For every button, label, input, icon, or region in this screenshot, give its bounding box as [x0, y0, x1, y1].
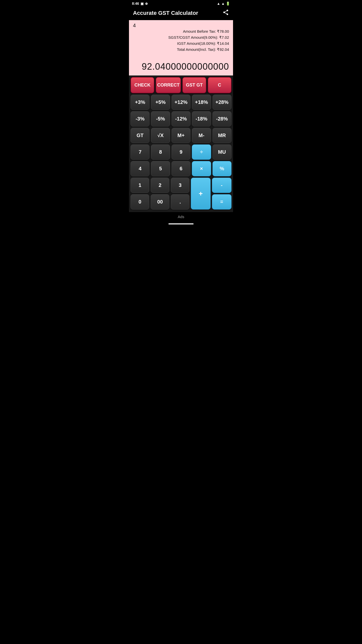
- plus-3-percent-button[interactable]: +3%: [130, 95, 150, 110]
- calculator-body: CHECK CORRECT GST GT C +3% +5% +12% +18%…: [129, 75, 233, 212]
- clear-button[interactable]: C: [208, 77, 232, 93]
- home-bar: [168, 223, 194, 224]
- check-button[interactable]: CHECK: [130, 77, 154, 93]
- m-plus-button[interactable]: M+: [171, 128, 191, 143]
- num-2-button[interactable]: 2: [151, 178, 169, 193]
- action-row: CHECK CORRECT GST GT C: [130, 77, 232, 93]
- input-number: 4: [133, 23, 229, 28]
- num-8-button[interactable]: 8: [151, 144, 170, 160]
- minus-18-percent-button[interactable]: -18%: [192, 111, 211, 127]
- share-button[interactable]: [222, 9, 229, 17]
- double-zero-button[interactable]: 00: [151, 194, 169, 210]
- total-amount: Total Amount(Incl. Tax): ₹92.04: [133, 47, 229, 53]
- plus-28-percent-button[interactable]: +28%: [212, 95, 232, 110]
- status-time: 8:46: [132, 2, 139, 6]
- correct-button[interactable]: CORRECT: [156, 77, 181, 93]
- bottom-grid: 1 2 3 0 00 . + - =: [130, 178, 232, 210]
- status-right: ▲ ▲ 🔋: [217, 2, 230, 6]
- home-indicator: [129, 221, 233, 226]
- memory-row: GT √X M+ M- MR: [130, 128, 232, 143]
- divide-button[interactable]: ÷: [192, 144, 211, 160]
- igst: IGST Amount(18.00%): ₹14.04: [133, 41, 229, 47]
- numpad-row-7: 0 00 .: [130, 194, 190, 210]
- num-4-button[interactable]: 4: [130, 161, 150, 176]
- plus-percent-row: +3% +5% +12% +18% +28%: [130, 95, 232, 110]
- status-bar: 8:46 ▣ ⊕ ▲ ▲ 🔋: [129, 0, 233, 7]
- tax-info: Amount Before Tax: ₹78.00 SGST/CGST Amou…: [133, 28, 229, 53]
- plus-12-percent-button[interactable]: +12%: [171, 95, 191, 110]
- equals-button[interactable]: =: [212, 194, 232, 210]
- minus-percent-row: -3% -5% -12% -18% -28%: [130, 111, 232, 127]
- plus-18-percent-button[interactable]: +18%: [192, 95, 211, 110]
- header: Accurate GST Calculator: [129, 7, 233, 20]
- gst-gt-button[interactable]: GST GT: [182, 77, 206, 93]
- mu-button[interactable]: MU: [212, 144, 232, 160]
- gt-button[interactable]: GT: [130, 128, 150, 143]
- shield-icon: ⊕: [145, 2, 148, 6]
- sim-icon: ▣: [141, 2, 144, 6]
- sgst-cgst: SGST/CGST Amount(9.00%): ₹7.02: [133, 34, 229, 41]
- num-6-button[interactable]: 6: [171, 161, 191, 176]
- mr-button[interactable]: MR: [212, 128, 232, 143]
- num-7-button[interactable]: 7: [130, 144, 150, 160]
- signal-icon: ▲: [221, 2, 225, 6]
- multiply-button[interactable]: ×: [192, 161, 211, 176]
- num-1-button[interactable]: 1: [130, 178, 149, 193]
- numpad-row-4: 7 8 9 ÷ MU: [130, 144, 232, 160]
- ads-bar: Ads: [129, 212, 233, 221]
- num-5-button[interactable]: 5: [151, 161, 170, 176]
- display-area: 4 Amount Before Tax: ₹78.00 SGST/CGST Am…: [129, 20, 233, 75]
- numpad-row-6: 1 2 3: [130, 178, 190, 193]
- minus-12-percent-button[interactable]: -12%: [171, 111, 191, 127]
- minus-3-percent-button[interactable]: -3%: [130, 111, 150, 127]
- num-3-button[interactable]: 3: [171, 178, 190, 193]
- amount-before-tax: Amount Before Tax: ₹78.00: [133, 28, 229, 34]
- num-9-button[interactable]: 9: [171, 144, 191, 160]
- status-left: 8:46 ▣ ⊕: [132, 2, 148, 6]
- m-minus-button[interactable]: M-: [192, 128, 211, 143]
- wifi-icon: ▲: [217, 2, 220, 6]
- decimal-button[interactable]: .: [171, 194, 190, 210]
- app-title: Accurate GST Calculator: [133, 10, 198, 16]
- sqrt-button[interactable]: √X: [151, 128, 170, 143]
- minus-28-percent-button[interactable]: -28%: [212, 111, 232, 127]
- minus-button[interactable]: -: [212, 178, 232, 193]
- minus-5-percent-button[interactable]: -5%: [151, 111, 170, 127]
- ads-label: Ads: [178, 215, 184, 219]
- plus-button[interactable]: +: [191, 178, 210, 210]
- plus-5-percent-button[interactable]: +5%: [151, 95, 170, 110]
- battery-icon: 🔋: [226, 2, 230, 6]
- percent-button[interactable]: %: [212, 161, 232, 176]
- result-display: 92.04000000000000: [133, 61, 229, 72]
- numpad-row-5: 4 5 6 × %: [130, 161, 232, 176]
- num-0-button[interactable]: 0: [130, 194, 149, 210]
